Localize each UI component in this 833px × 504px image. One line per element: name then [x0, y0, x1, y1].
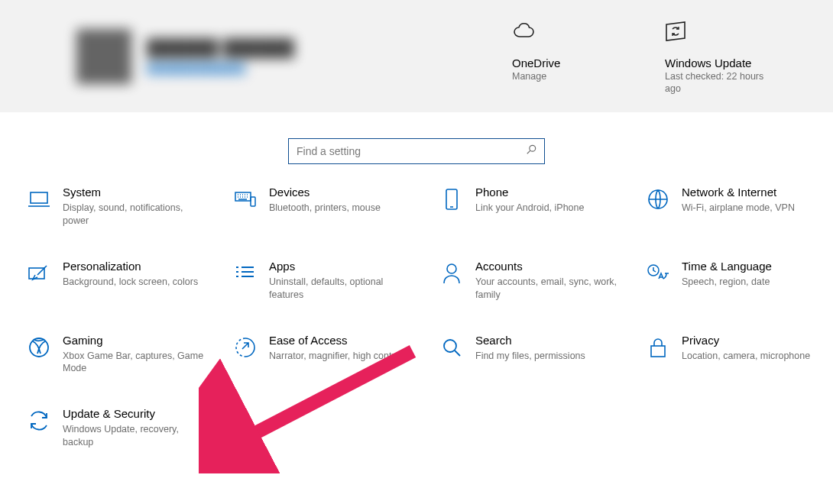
tile-search[interactable]: Search Find my files, permissions	[440, 334, 631, 376]
onedrive-card[interactable]: OneDrive Manage	[512, 17, 619, 95]
lock-icon	[647, 336, 669, 359]
avatar	[76, 29, 131, 84]
tile-sub: Wi-Fi, airplane mode, VPN	[682, 202, 795, 215]
tile-title: Accounts	[475, 260, 621, 273]
tile-accounts[interactable]: Accounts Your accounts, email, sync, wor…	[440, 260, 631, 302]
tile-title: Network & Internet	[682, 186, 795, 199]
phone-icon	[440, 188, 463, 211]
tile-title: Gaming	[63, 334, 208, 347]
ease-of-access-icon	[234, 336, 257, 359]
profile-name: ██████ ██████	[147, 38, 294, 58]
settings-grid: System Display, sound, notifications, po…	[0, 186, 833, 449]
tile-sub: Speech, region, date	[682, 276, 772, 289]
tile-network[interactable]: Network & Internet Wi-Fi, airplane mode,…	[647, 186, 833, 228]
tile-title: Phone	[475, 186, 584, 199]
tile-title: System	[63, 186, 208, 199]
time-language-icon	[647, 262, 669, 285]
tile-sub: Link your Android, iPhone	[475, 202, 584, 215]
tile-sub: Background, lock screen, colors	[63, 276, 198, 289]
tile-apps[interactable]: Apps Uninstall, defaults, optional featu…	[234, 260, 425, 302]
tile-sub: Display, sound, notifications, power	[63, 202, 208, 228]
keyboard-icon	[234, 188, 257, 211]
magnifier-icon	[440, 336, 463, 359]
svg-point-0	[530, 145, 536, 151]
tile-ease-of-access[interactable]: Ease of Access Narrator, magnifier, high…	[234, 334, 425, 376]
tile-gaming[interactable]: Gaming Xbox Game Bar, captures, Game Mod…	[28, 334, 219, 376]
tile-sub: Find my files, permissions	[475, 350, 585, 363]
onedrive-title: OneDrive	[512, 57, 560, 69]
svg-point-10	[444, 340, 456, 352]
sync-icon	[28, 409, 50, 432]
tile-sub: Uninstall, defaults, optional features	[269, 276, 414, 302]
tile-sub: Location, camera, microphone	[682, 350, 810, 363]
profile-block[interactable]: ██████ ██████ ██████████████	[76, 29, 294, 84]
tile-title: Ease of Access	[269, 334, 407, 347]
search-box[interactable]	[288, 138, 545, 164]
globe-icon	[647, 188, 669, 211]
svg-rect-11	[651, 346, 665, 357]
tile-system[interactable]: System Display, sound, notifications, po…	[28, 186, 219, 228]
search-wrap	[0, 112, 833, 186]
onedrive-sub: Manage	[512, 71, 546, 83]
windows-update-card[interactable]: Windows Update Last checked: 22 hours ag…	[665, 17, 772, 95]
tile-update-security[interactable]: Update & Security Windows Update, recove…	[28, 407, 219, 449]
tile-sub: Windows Update, recovery, backup	[63, 423, 208, 449]
tile-sub: Your accounts, email, sync, work, family	[475, 276, 621, 302]
windows-update-title: Windows Update	[665, 57, 751, 69]
tile-time-language[interactable]: Time & Language Speech, region, date	[647, 260, 833, 302]
tile-phone[interactable]: Phone Link your Android, iPhone	[440, 186, 631, 228]
tile-title: Search	[475, 334, 585, 347]
tile-title: Update & Security	[63, 407, 208, 420]
paint-icon	[28, 262, 50, 285]
windows-update-sub: Last checked: 22 hours ago	[665, 71, 772, 95]
apps-list-icon	[234, 262, 257, 285]
tile-title: Time & Language	[682, 260, 772, 273]
profile-sub: ██████████████	[147, 63, 294, 74]
tile-title: Privacy	[682, 334, 810, 347]
tile-privacy[interactable]: Privacy Location, camera, microphone	[647, 334, 833, 376]
tile-title: Devices	[269, 186, 381, 199]
search-input[interactable]	[297, 145, 510, 157]
cloud-icon	[512, 17, 538, 46]
tile-sub: Narrator, magnifier, high contrast	[269, 350, 407, 363]
tile-title: Apps	[269, 260, 414, 273]
svg-rect-1	[31, 192, 47, 203]
laptop-icon	[28, 188, 50, 211]
search-icon	[526, 144, 536, 158]
tile-personalization[interactable]: Personalization Background, lock screen,…	[28, 260, 219, 302]
tile-sub: Bluetooth, printers, mouse	[269, 202, 381, 215]
xbox-icon	[28, 336, 50, 359]
svg-rect-3	[251, 197, 255, 206]
person-icon	[440, 262, 463, 285]
svg-rect-4	[446, 189, 457, 209]
svg-point-7	[447, 264, 456, 273]
sync-square-icon	[665, 17, 688, 46]
tile-devices[interactable]: Devices Bluetooth, printers, mouse	[234, 186, 425, 228]
header-bar: ██████ ██████ ██████████████ OneDrive Ma…	[0, 0, 833, 112]
tile-title: Personalization	[63, 260, 198, 273]
tile-sub: Xbox Game Bar, captures, Game Mode	[63, 350, 208, 376]
